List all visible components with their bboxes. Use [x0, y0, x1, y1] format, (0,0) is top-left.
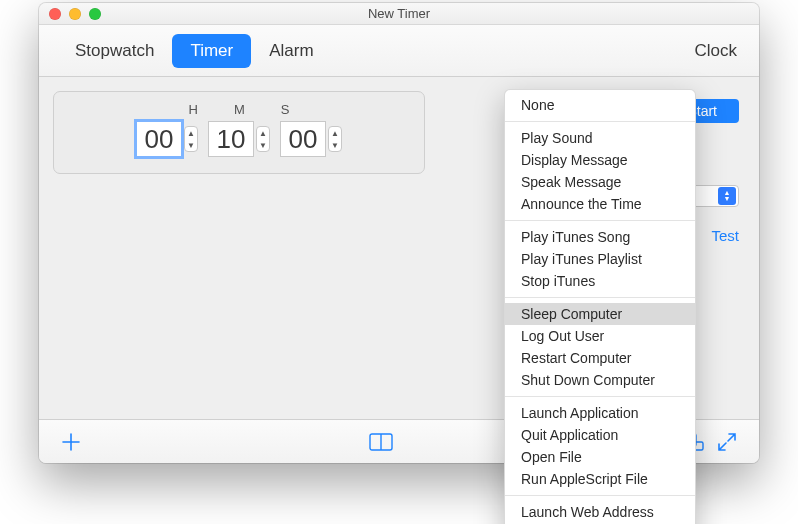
hours-label: H	[189, 102, 198, 117]
menu-item[interactable]: Play iTunes Song	[505, 226, 695, 248]
menu-item[interactable]: Stop iTunes	[505, 270, 695, 292]
menu-item[interactable]: Announce the Time	[505, 193, 695, 215]
menu-item[interactable]: Speak Message	[505, 171, 695, 193]
menu-item[interactable]: Launch Application	[505, 402, 695, 424]
menu-item[interactable]: Display Message	[505, 149, 695, 171]
seconds-stepper[interactable]: ▲▼	[328, 126, 342, 152]
hms-inputs: 00 ▲▼ 10 ▲▼ 00 ▲▼	[66, 121, 412, 157]
tab-timer[interactable]: Timer	[172, 34, 251, 68]
clock-button[interactable]: Clock	[690, 34, 741, 68]
add-button[interactable]	[53, 427, 89, 457]
titlebar: New Timer	[39, 3, 759, 25]
mode-segmented: Stopwatch Timer Alarm	[57, 34, 332, 68]
test-link[interactable]: Test	[711, 227, 739, 244]
menu-item[interactable]: None	[505, 94, 695, 116]
expand-icon[interactable]	[709, 427, 745, 457]
menu-item[interactable]: Restart Computer	[505, 347, 695, 369]
hours-field[interactable]: 00	[136, 121, 182, 157]
columns-icon[interactable]	[363, 427, 399, 457]
hours-stepper[interactable]: ▲▼	[184, 126, 198, 152]
menu-item[interactable]: Play Sound	[505, 127, 695, 149]
menu-item[interactable]: Sleep Computer	[505, 303, 695, 325]
action-menu[interactable]: NonePlay SoundDisplay MessageSpeak Messa…	[504, 89, 696, 524]
minutes-stepper[interactable]: ▲▼	[256, 126, 270, 152]
timer-card: H M S 00 ▲▼ 10 ▲▼ 00 ▲▼	[53, 91, 425, 174]
menu-item[interactable]: Play iTunes Playlist	[505, 248, 695, 270]
window-title: New Timer	[39, 6, 759, 21]
tab-stopwatch[interactable]: Stopwatch	[57, 34, 172, 68]
menu-item[interactable]: Run AppleScript File	[505, 468, 695, 490]
app-window: New Timer Stopwatch Timer Alarm Clock H …	[39, 3, 759, 463]
menu-item[interactable]: Log Out User	[505, 325, 695, 347]
chevron-updown-icon: ▲▼	[718, 187, 736, 205]
tab-alarm[interactable]: Alarm	[251, 34, 331, 68]
minutes-label: M	[234, 102, 245, 117]
minutes-field[interactable]: 10	[208, 121, 254, 157]
toolbar: Stopwatch Timer Alarm Clock	[39, 25, 759, 77]
hms-labels: H M S	[66, 102, 412, 117]
menu-item[interactable]: Quit Application	[505, 424, 695, 446]
seconds-label: S	[281, 102, 290, 117]
seconds-field[interactable]: 00	[280, 121, 326, 157]
menu-item[interactable]: Open File	[505, 446, 695, 468]
menu-item[interactable]: Shut Down Computer	[505, 369, 695, 391]
menu-item[interactable]: Launch Web Address	[505, 501, 695, 523]
left-pane: H M S 00 ▲▼ 10 ▲▼ 00 ▲▼	[39, 77, 439, 419]
